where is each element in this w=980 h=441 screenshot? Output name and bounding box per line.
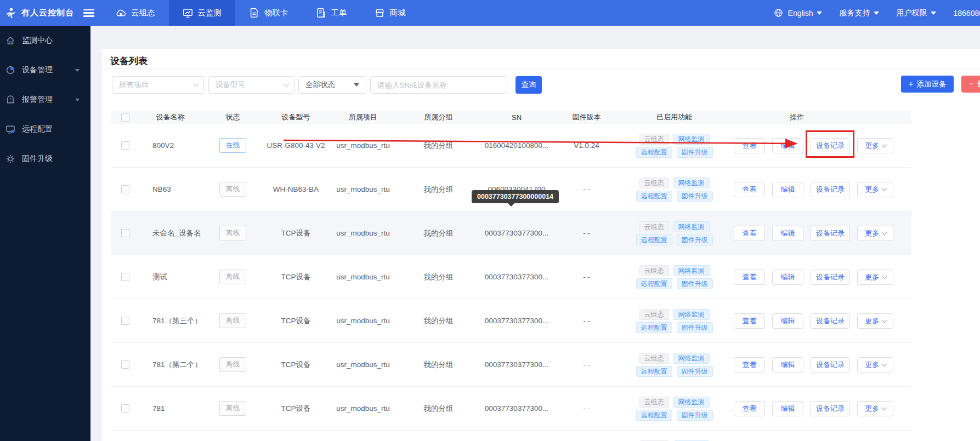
view-button[interactable]: 查看 <box>734 226 765 241</box>
device-name: 781（第二个） <box>139 360 201 370</box>
chevron-down-icon <box>882 186 887 191</box>
device-record-button[interactable]: 设备记录 <box>811 313 850 329</box>
device-name: 测试 <box>139 272 201 282</box>
view-button[interactable]: 查看 <box>734 401 765 416</box>
search-input[interactable] <box>370 76 507 94</box>
feature-tag-firmware-upgrade: 固件升级 <box>677 322 713 333</box>
row-checkbox[interactable] <box>121 273 129 281</box>
alarm-icon <box>5 95 15 105</box>
row-checkbox[interactable] <box>121 404 129 413</box>
device-project: usr_modbus_rtu <box>327 229 399 237</box>
device-firmware: - - <box>555 404 618 413</box>
add-device-button[interactable]: 添加设备 <box>901 76 954 93</box>
device-record-button[interactable]: 设备记录 <box>811 138 850 153</box>
col-header-status: 状态 <box>201 112 264 122</box>
col-header-group: 所属分组 <box>399 112 478 122</box>
device-project: usr_modbus_rtu <box>327 273 399 281</box>
more-button[interactable]: 更多 <box>857 226 893 241</box>
feature-tag-firmware-upgrade: 固件升级 <box>677 191 713 202</box>
feature-tag-firmware-upgrade: 固件升级 <box>677 147 713 158</box>
device-sn: 00037730377300... <box>478 317 555 325</box>
nav-item-iot-sim[interactable]: 物联卡 <box>235 0 302 26</box>
table-row: 781（第二个） 离线 TCP设备 usr_modbus_rtu 我的分组 00… <box>111 343 911 387</box>
device-name: 781 <box>139 404 201 413</box>
more-button[interactable]: 更多 <box>857 401 893 416</box>
device-model: TCP设备 <box>264 228 327 238</box>
status-badge: 离线 <box>219 357 246 372</box>
more-button[interactable]: 更多 <box>857 182 893 197</box>
col-header-actions: 操作 <box>730 112 911 122</box>
edit-button[interactable]: 编辑 <box>772 357 803 373</box>
nav-item-cloud-monitor[interactable]: 云监测 <box>169 0 236 26</box>
chevron-down-icon <box>192 81 199 87</box>
page-title: 设备列表 <box>102 49 980 64</box>
enabled-features: 云组态网络监测 远程配置固件升级 <box>618 219 730 248</box>
chevron-down-icon <box>882 317 887 322</box>
edit-button[interactable]: 编辑 <box>772 401 803 416</box>
nav-item-cloud-scada[interactable]: 云组态 <box>102 0 169 26</box>
user-permission-menu[interactable]: 用户权限 <box>896 8 936 18</box>
row-actions: 查看 编辑 设备记录 更多 <box>730 138 911 153</box>
globe-icon <box>774 8 783 18</box>
sidebar-item-firmware-upgrade[interactable]: 固件升级 <box>0 144 90 174</box>
edit-button[interactable]: 编辑 <box>772 313 803 329</box>
feature-tag-remote-config: 远程配置 <box>636 234 672 245</box>
row-checkbox[interactable] <box>121 229 129 237</box>
feature-tag-cloud-scada: 云组态 <box>639 265 669 276</box>
edit-button[interactable]: 编辑 <box>772 182 803 197</box>
view-button[interactable]: 查看 <box>734 182 765 197</box>
row-checkbox[interactable] <box>121 317 129 325</box>
model-select[interactable]: 设备型号 <box>208 76 294 94</box>
device-group: 我的分组 <box>399 228 478 238</box>
device-record-button[interactable]: 设备记录 <box>811 270 850 285</box>
view-button[interactable]: 查看 <box>734 313 765 329</box>
cloud-icon <box>116 8 126 18</box>
account-phone[interactable]: 1866086 <box>953 9 980 18</box>
device-record-button[interactable]: 设备记录 <box>811 357 850 373</box>
feature-tag-firmware-upgrade: 固件升级 <box>677 410 713 421</box>
status-select[interactable]: 全部状态 <box>298 76 366 94</box>
more-button[interactable]: 更多 <box>857 313 893 329</box>
topbar-right: English 服务支持 用户权限 1866086 <box>774 0 980 26</box>
sidebar-item-device-management[interactable]: 设备管理 <box>0 55 90 85</box>
device-record-button[interactable]: 设备记录 <box>811 401 850 416</box>
more-button[interactable]: 更多 <box>857 138 893 153</box>
view-button[interactable]: 查看 <box>734 357 765 373</box>
status-badge: 离线 <box>219 182 246 197</box>
delete-device-button[interactable]: 删除设备 <box>961 76 980 93</box>
language-selector[interactable]: English <box>788 9 823 18</box>
edit-button[interactable]: 编辑 <box>772 226 803 241</box>
service-support-menu[interactable]: 服务支持 <box>839 8 879 18</box>
query-button[interactable]: 查询 <box>516 76 542 94</box>
row-checkbox[interactable] <box>121 360 129 369</box>
table-header: 设备名称 状态 设备型号 所属项目 所属分组 SN 固件版本 已启用功能 操作 <box>111 111 911 124</box>
view-button[interactable]: 查看 <box>734 138 765 153</box>
sidebar-item-remote-config[interactable]: 远程配置 <box>0 114 90 144</box>
nav-item-store[interactable]: 商城 <box>361 0 420 26</box>
device-model: TCP设备 <box>264 360 327 370</box>
nav-item-work-order[interactable]: 工单 <box>302 0 361 26</box>
table-row: 云组态网络监测 远程配置固件升级 查看 编辑 设备记录 更多 <box>111 431 911 441</box>
topbar: 有人云控制台 云组态 云监测 物联 <box>0 0 980 26</box>
more-button[interactable]: 更多 <box>857 357 893 373</box>
row-checkbox[interactable] <box>121 141 129 150</box>
sidebar-item-monitor-center[interactable]: 监测中心 <box>0 26 90 55</box>
feature-tag-network-monitor: 网络监测 <box>673 265 710 276</box>
project-select[interactable]: 所有项目 <box>112 76 204 94</box>
header-checkbox[interactable] <box>121 113 129 122</box>
view-button[interactable]: 查看 <box>734 270 765 285</box>
hamburger-menu-icon[interactable] <box>83 9 94 17</box>
feature-tag-network-monitor: 网络监测 <box>673 177 710 188</box>
device-record-button[interactable]: 设备记录 <box>811 182 850 197</box>
sidebar-item-alarm-management[interactable]: 报警管理 <box>0 85 90 114</box>
status-badge: 离线 <box>219 313 246 328</box>
device-record-button[interactable]: 设备记录 <box>811 226 850 241</box>
brand[interactable]: 有人云控制台 <box>0 7 94 20</box>
device-firmware: - - <box>555 360 618 369</box>
row-checkbox[interactable] <box>121 185 129 193</box>
divider <box>102 68 980 69</box>
edit-button[interactable]: 编辑 <box>772 138 803 153</box>
more-button[interactable]: 更多 <box>857 270 893 285</box>
edit-button[interactable]: 编辑 <box>772 270 803 285</box>
device-project: usr_modbus_rtu <box>327 317 399 325</box>
